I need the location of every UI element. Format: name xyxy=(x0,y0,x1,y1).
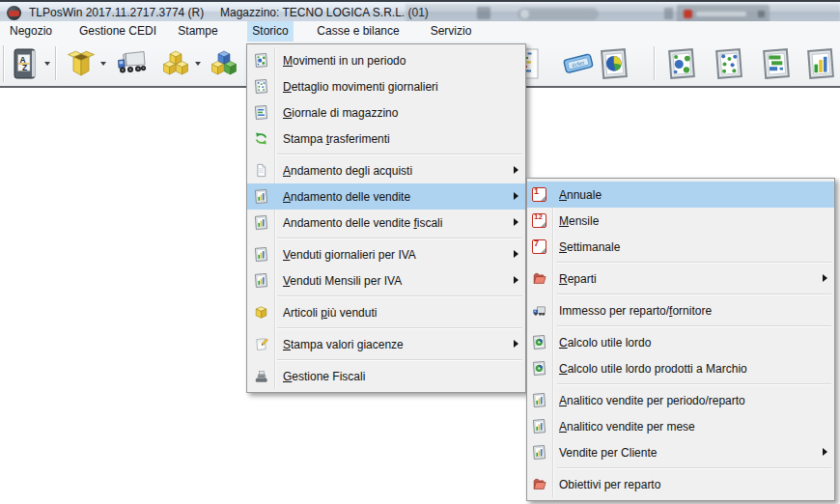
toolbar-button-gantt-chart[interactable] xyxy=(757,44,796,83)
menu-item-venduti-mensili-per-iva[interactable]: Venduti Mensili per IVA xyxy=(247,267,525,294)
calendar-1-icon: 1 xyxy=(530,185,548,204)
submenu-arrow-icon xyxy=(514,340,518,348)
menu-item-label: Giornale di magazzino xyxy=(283,106,398,120)
menu-item-label: Gestione Fiscali xyxy=(283,370,365,383)
menu-item-label: Obiettivi per reparto xyxy=(559,478,660,491)
bar-chart-icon xyxy=(252,213,270,232)
bar-chart-icon xyxy=(530,443,548,462)
cash-register-icon xyxy=(252,367,270,385)
menubar-item-casse-e-bilance[interactable]: Casse e bilance xyxy=(307,21,409,42)
toolbar-button-bubble-chart[interactable] xyxy=(662,44,701,83)
menu-item-immesso-per-reparto-fornitore[interactable]: Immesso per reparto/fornitore xyxy=(527,297,834,323)
menu-item-gestione-fiscali[interactable]: Gestione Fiscali xyxy=(247,363,525,389)
menu-item-label: Calcolo utile lordo prodotti a Marchio xyxy=(559,362,747,376)
menu-separator xyxy=(557,467,831,469)
menu-item-label: Mensile xyxy=(559,214,599,228)
bar-chart-icon xyxy=(530,391,548,409)
toolbar-button-dot-chart[interactable] xyxy=(710,44,748,83)
menu-item-vendite-per-cliente[interactable]: Vendite per Cliente xyxy=(527,439,834,465)
toolbar-button-pie-chart[interactable] xyxy=(595,44,633,83)
menu-item-label: Reparti xyxy=(559,272,597,286)
menu-item-stampa-valori-giacenze[interactable]: Stampa valori giacenze xyxy=(247,331,525,357)
bar-chart-icon xyxy=(252,187,270,206)
menu-item-giornale-di-magazzino[interactable]: Giornale di magazzino xyxy=(247,99,525,126)
menu-separator xyxy=(277,238,522,239)
menu-item-label: Andamento delle vendite fiscali xyxy=(283,216,442,230)
profit-chart-icon xyxy=(530,333,548,351)
toolbar-button-truck[interactable] xyxy=(112,44,151,83)
titlebar: TLPosWin 2017.11.2717.3774 (R) Magazzino… xyxy=(0,0,840,21)
menubar-item-gestione-cedi[interactable]: Gestione CEDI xyxy=(68,21,168,42)
background-window-artifact xyxy=(477,7,490,19)
background-window-artifact xyxy=(664,8,673,19)
menu-separator xyxy=(277,359,522,361)
toolbar-button-colored-cubes[interactable] xyxy=(205,44,243,83)
submenu-arrow-icon xyxy=(514,276,518,284)
menu-item-andamento-delle-vendite[interactable]: Andamento delle vendite xyxy=(247,183,525,210)
menubar-item-storico[interactable]: Storico xyxy=(247,21,294,42)
menu-item-label: Immesso per reparto/fornitore xyxy=(559,304,712,318)
submenu-arrow-icon xyxy=(823,274,827,282)
menu-item-articoli-piu-venduti[interactable]: Articoli più venduti xyxy=(247,299,525,325)
menu-item-label: Stampa valori giacenze xyxy=(283,338,404,351)
menu-item-obiettivi-per-reparto[interactable]: Obiettivi per reparto xyxy=(527,471,834,497)
window-title: TLPosWin 2017.11.2717.3774 (R) xyxy=(29,6,204,19)
submenu-arrow-icon xyxy=(514,218,518,226)
menu-item-analitico-vendite-per-periodo-reparto[interactable]: Analitico vendite per periodo/reparto xyxy=(527,387,834,413)
notepad-pencil-icon xyxy=(252,335,270,353)
yellow-box-icon xyxy=(252,303,270,322)
menubar-item-servizio[interactable]: Servizio xyxy=(417,21,485,42)
menubar-item-negozio[interactable]: Negozio xyxy=(2,21,60,42)
menu-item-label: Annuale xyxy=(559,188,602,202)
submenu-arrow-icon xyxy=(823,448,827,456)
toolbar-separator xyxy=(55,46,57,80)
menu-item-dettaglio-movimenti-giornalieri[interactable]: Dettaglio movimenti giornalieri xyxy=(247,73,525,99)
storico-menu: Movimenti in un periodo Dettaglio movime… xyxy=(246,43,526,393)
red-folder-icon xyxy=(530,269,548,288)
menu-item-reparti[interactable]: Reparti xyxy=(527,266,834,292)
app-icon xyxy=(7,6,21,20)
menu-item-venduti-giornalieri-per-iva[interactable]: Venduti giornalieri per IVA xyxy=(247,241,525,267)
menu-separator xyxy=(557,383,831,385)
dropdown-arrow-icon[interactable] xyxy=(100,62,106,66)
menu-item-label: Stampa trasferimenti xyxy=(283,132,390,146)
toolbar-button-ticket[interactable] xyxy=(559,44,598,83)
menu-item-label: Venduti Mensili per IVA xyxy=(283,274,402,288)
dot-chart-icon xyxy=(252,77,270,96)
bubble-chart-icon xyxy=(252,51,270,70)
menu-separator xyxy=(277,327,522,329)
app-window: TLPosWin 2017.11.2717.3774 (R) Magazzino… xyxy=(0,0,840,504)
menu-item-label: Settimanale xyxy=(559,240,620,254)
document-icon xyxy=(252,161,270,180)
menu-item-andamento-delle-vendite-fiscali[interactable]: Andamento delle vendite fiscali xyxy=(247,210,525,236)
menu-item-label: Articoli più venduti xyxy=(283,306,377,320)
toolbar-button-open-box[interactable] xyxy=(62,44,100,83)
menu-item-analitico-vendite-per-mese[interactable]: Analitico vendite per mese xyxy=(527,413,834,439)
menu-item-calcolo-utile-lordo-prodotti-a-marchio[interactable]: Calcolo utile lordo prodotti a Marchio xyxy=(527,355,834,381)
menu-item-label: Analitico vendite per mese xyxy=(559,420,695,434)
menu-item-andamento-degli-acquisti[interactable]: Andamento degli acquisti xyxy=(247,157,525,183)
background-window-artifact xyxy=(406,4,840,23)
menu-item-label: Andamento degli acquisti xyxy=(283,164,412,178)
background-window-artifact xyxy=(518,8,599,20)
toolbar-separator xyxy=(654,46,656,80)
menu-item-calcolo-utile-lordo[interactable]: Calcolo utile lordo xyxy=(527,329,834,355)
menu-item-label: Movimenti in un periodo xyxy=(283,54,406,68)
menu-separator xyxy=(557,325,831,327)
toolbar-button-book-az[interactable] xyxy=(6,44,44,83)
bar-chart-icon xyxy=(252,245,270,264)
vendite-submenu: 1 Annuale 12 Mensile 7 Settimanale Repar… xyxy=(526,178,835,501)
dropdown-arrow-icon[interactable] xyxy=(195,62,201,66)
menu-item-mensile[interactable]: 12 Mensile xyxy=(527,208,834,234)
menu-item-settimanale[interactable]: 7 Settimanale xyxy=(527,234,834,260)
menu-item-movimenti-in-un-periodo[interactable]: Movimenti in un periodo xyxy=(247,47,525,73)
toolbar-button-bar-chart[interactable] xyxy=(801,44,840,83)
menu-item-stampa-trasferimenti[interactable]: Stampa trasferimenti xyxy=(247,126,525,152)
bar-chart-icon xyxy=(530,417,548,435)
dropdown-arrow-icon[interactable] xyxy=(44,62,50,66)
menu-item-label: Venduti giornalieri per IVA xyxy=(283,248,416,262)
menubar-item-stampe[interactable]: Stampe xyxy=(168,21,228,42)
calendar-12-icon: 12 xyxy=(530,211,548,230)
toolbar-button-yellow-cubes[interactable] xyxy=(156,44,195,83)
menu-item-annuale[interactable]: 1 Annuale xyxy=(527,182,834,208)
